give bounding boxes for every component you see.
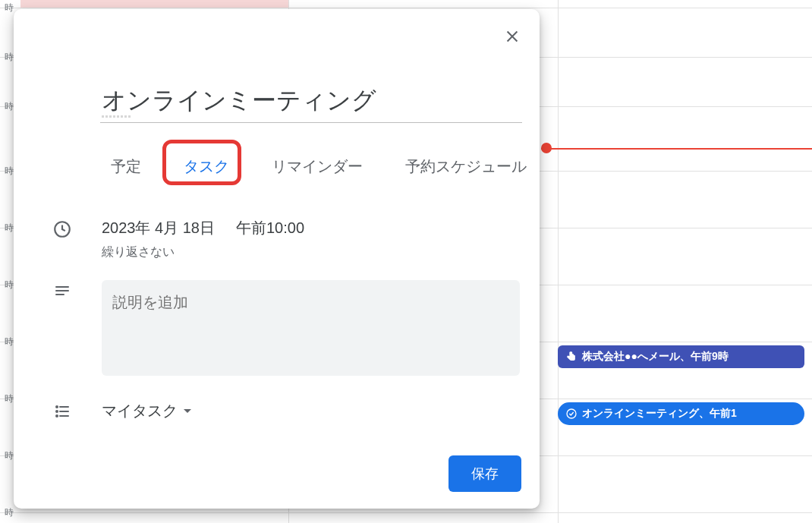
notes-icon [53,282,71,300]
close-button[interactable] [502,26,523,47]
hour-label: 時 [0,336,14,348]
tab-task[interactable]: タスク [176,152,237,181]
tab-appointment[interactable]: 予約スケジュール [398,152,534,181]
calendar-chip-label: オンラインミーティング、午前1 [582,407,737,421]
close-icon [504,28,521,45]
task-create-modal: 予定 タスク リマインダー 予約スケジュール 2023年 4月 18日 午前10… [14,9,540,509]
grid-hour-line [0,8,812,8]
chevron-down-icon [184,409,191,417]
datetime-row[interactable]: 2023年 4月 18日 午前10:00 繰り返さない [47,218,520,260]
hour-label: 時 [0,279,14,291]
save-button[interactable]: 保存 [448,455,521,492]
task-repeat-text: 繰り返さない [102,244,520,260]
grid-column-line [558,0,559,523]
hour-label: 時 [0,51,14,64]
calendar-chip-label: 株式会社●●へメール、午前9時 [582,350,729,364]
now-indicator-line [541,148,812,150]
grid-hour-line [0,512,812,513]
hour-label: 時 [0,165,14,178]
tasklist-select[interactable]: マイタスク [102,401,520,421]
tab-event[interactable]: 予定 [103,152,149,181]
calendar-chip-reminder[interactable]: 株式会社●●へメール、午前9時 [558,345,804,368]
check-circle-icon [565,408,578,420]
tasklist-label: マイタスク [102,401,178,421]
hand-point-icon [565,351,578,363]
task-date-text: 2023年 4月 18日 [102,218,215,238]
calendar-chip-task[interactable]: オンラインミーティング、午前1 [558,402,804,425]
svg-point-3 [56,411,58,412]
task-time-text: 午前10:00 [236,218,304,238]
hour-label: 時 [0,449,14,462]
svg-point-0 [567,409,576,418]
hour-label: 時 [0,392,14,405]
description-input[interactable]: 説明を追加 [102,280,520,376]
task-title-input[interactable] [100,82,522,123]
clock-icon [52,219,72,239]
past-block [20,0,288,8]
description-row: 説明を追加 [47,280,520,376]
svg-point-4 [56,415,58,417]
spellcheck-squiggle [102,115,132,118]
hour-label: 時 [0,100,14,113]
tab-reminder[interactable]: リマインダー [264,152,370,181]
list-icon [53,402,71,421]
hour-label: 時 [0,506,14,519]
svg-point-2 [56,406,58,408]
hour-label: 時 [0,2,14,14]
hour-label: 時 [0,222,14,235]
now-indicator-dot [541,143,552,153]
tasklist-row[interactable]: マイタスク [47,401,520,421]
type-tab-row: 予定 タスク リマインダー 予約スケジュール [103,152,534,181]
